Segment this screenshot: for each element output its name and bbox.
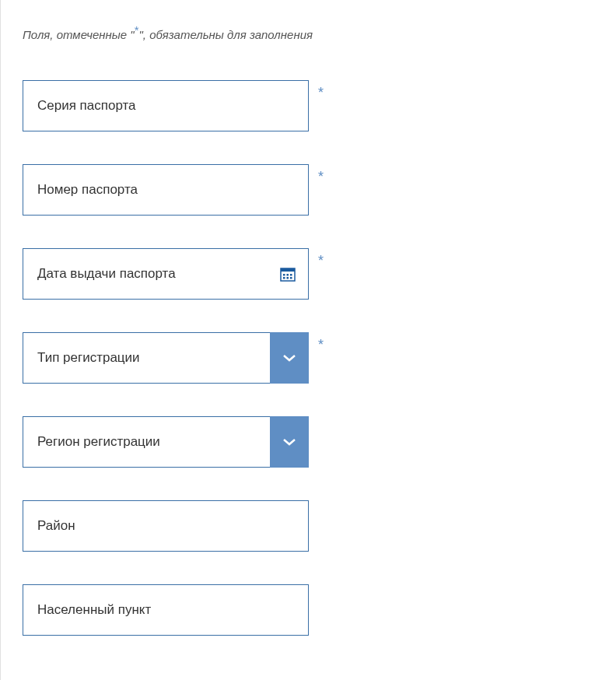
field-row-district: Район [23,500,616,552]
chevron-down-icon [282,354,296,362]
svg-rect-4 [290,274,292,276]
svg-rect-7 [290,277,292,279]
registration-type-select[interactable]: Тип регистрации [23,332,309,384]
calendar-icon[interactable] [280,266,296,282]
chevron-down-icon [282,438,296,446]
field-row-passport-date: Дата выдачи паспорта * [23,248,616,300]
dropdown-arrow-button[interactable] [270,332,309,384]
svg-rect-1 [281,268,295,272]
registration-region-text: Регион регистрации [23,416,270,468]
note-suffix: ", обязательны для заполнения [138,28,313,41]
passport-date-input[interactable]: Дата выдачи паспорта [23,248,309,300]
passport-series-label: Серия паспорта [37,98,136,114]
field-row-locality: Населенный пункт [23,584,616,636]
svg-rect-6 [287,277,289,279]
required-star-icon: * [318,337,324,353]
required-star-icon: * [318,85,324,101]
passport-number-label: Номер паспорта [37,182,138,198]
passport-date-label: Дата выдачи паспорта [37,266,176,282]
form-container: Поля, отмеченные "*", обязательны для за… [0,0,616,680]
locality-input[interactable]: Населенный пункт [23,584,309,636]
required-star-icon: * [318,169,324,185]
field-row-registration-type: Тип регистрации * [23,332,616,384]
registration-type-label: Тип регистрации [37,350,140,366]
svg-rect-5 [283,277,285,279]
svg-rect-3 [287,274,289,276]
field-row-passport-number: Номер паспорта * [23,164,616,216]
district-label: Район [37,518,75,534]
passport-series-input[interactable]: Серия паспорта [23,80,309,131]
district-input[interactable]: Район [23,500,309,552]
field-row-passport-series: Серия паспорта * [23,80,616,131]
passport-number-input[interactable]: Номер паспорта [23,164,309,216]
registration-type-text: Тип регистрации [23,332,270,384]
registration-region-label: Регион регистрации [37,434,160,450]
field-row-registration-region: Регион регистрации [23,416,616,468]
svg-rect-2 [283,274,285,276]
locality-label: Населенный пункт [37,602,151,618]
required-note: Поля, отмеченные "*", обязательны для за… [23,23,616,41]
required-star-icon: * [318,253,324,269]
dropdown-arrow-button[interactable] [270,416,309,468]
registration-region-select[interactable]: Регион регистрации [23,416,309,468]
note-prefix: Поля, отмеченные " [23,28,135,41]
